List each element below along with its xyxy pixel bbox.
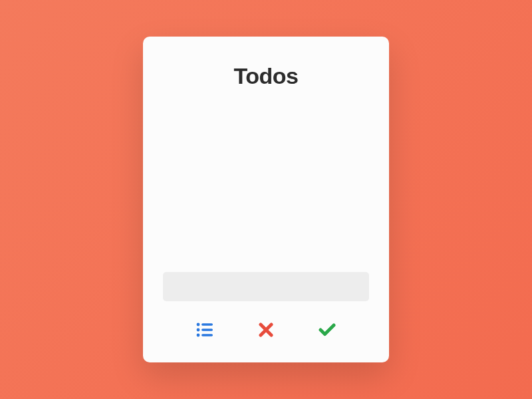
- list-icon: [196, 323, 213, 337]
- close-icon: [259, 323, 273, 337]
- filter-bar: [163, 320, 369, 342]
- filter-completed-button[interactable]: [316, 320, 338, 340]
- svg-point-4: [197, 334, 200, 337]
- todo-list-area: [163, 89, 369, 272]
- input-row: [163, 272, 369, 301]
- page-title: Todos: [163, 63, 369, 89]
- svg-rect-1: [201, 323, 213, 326]
- svg-rect-5: [201, 334, 213, 336]
- svg-rect-3: [201, 329, 213, 331]
- filter-active-button[interactable]: [256, 320, 276, 340]
- svg-point-2: [197, 329, 200, 332]
- filter-all-button[interactable]: [194, 320, 216, 340]
- svg-point-0: [197, 323, 200, 327]
- todo-card: Todos: [143, 37, 389, 362]
- check-icon: [319, 323, 336, 337]
- new-todo-input[interactable]: [163, 272, 369, 301]
